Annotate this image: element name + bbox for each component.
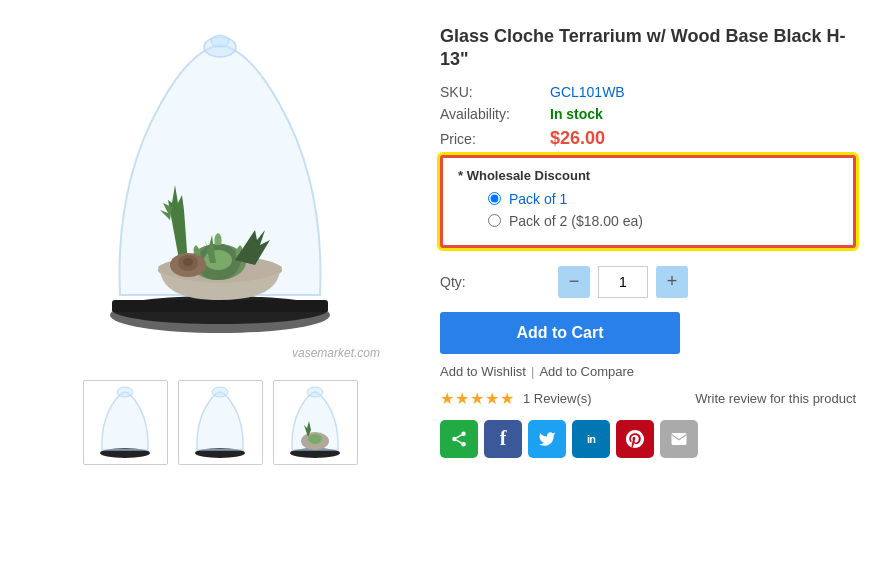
price-row: Price: $26.00: [440, 128, 856, 149]
pinterest-icon: [626, 430, 644, 448]
thumbnail-3[interactable]: [273, 380, 358, 465]
pack1-option[interactable]: Pack of 1: [488, 191, 838, 207]
qty-input[interactable]: [598, 266, 648, 298]
qty-decrease-button[interactable]: −: [558, 266, 590, 298]
add-to-cart-button[interactable]: Add to Cart: [440, 312, 680, 354]
linkedin-icon: in: [587, 433, 595, 445]
email-button[interactable]: [660, 420, 698, 458]
svg-line-22: [456, 440, 461, 443]
svg-rect-2: [112, 300, 328, 312]
svg-point-16: [307, 387, 323, 397]
svg-point-12: [117, 387, 133, 397]
star-rating: ★★★★★: [440, 389, 515, 408]
availability-label: Availability:: [440, 106, 550, 122]
svg-point-21: [461, 442, 466, 447]
product-detail-panel: Glass Cloche Terrarium w/ Wood Base Blac…: [440, 20, 856, 465]
wholesale-discount-box: * Wholesale Discount Pack of 1 Pack of 2…: [440, 155, 856, 248]
svg-point-10: [183, 258, 193, 266]
share-icon: [450, 430, 468, 448]
watermark: vasemarket.com: [292, 346, 380, 360]
qty-increase-button[interactable]: +: [656, 266, 688, 298]
twitter-button[interactable]: [528, 420, 566, 458]
availability-row: Availability: In stock: [440, 106, 856, 122]
facebook-button[interactable]: f: [484, 420, 522, 458]
pinterest-button[interactable]: [616, 420, 654, 458]
svg-line-23: [456, 435, 461, 438]
wishlist-compare-row: Add to Wishlist | Add to Compare: [440, 364, 856, 379]
social-sharing-row: f in: [440, 420, 856, 458]
price-label: Price:: [440, 131, 550, 147]
separator: |: [531, 364, 534, 379]
email-icon: [670, 430, 688, 448]
sku-label: SKU:: [440, 84, 550, 100]
thumbnail-1[interactable]: [83, 380, 168, 465]
main-image-container: vasemarket.com: [40, 20, 400, 370]
twitter-icon: [538, 430, 556, 448]
reviews-row: ★★★★★ 1 Review(s) Write review for this …: [440, 389, 856, 408]
sku-row: SKU: GCL101WB: [440, 84, 856, 100]
svg-point-14: [212, 387, 228, 397]
add-to-compare-link[interactable]: Add to Compare: [539, 364, 634, 379]
qty-row: Qty: − +: [440, 266, 856, 298]
facebook-icon: f: [500, 427, 507, 450]
linkedin-button[interactable]: in: [572, 420, 610, 458]
svg-point-18: [308, 434, 322, 444]
qty-label: Qty:: [440, 274, 550, 290]
svg-point-4: [211, 35, 229, 47]
pack1-radio[interactable]: [488, 192, 501, 205]
product-title: Glass Cloche Terrarium w/ Wood Base Blac…: [440, 25, 856, 72]
share-button[interactable]: [440, 420, 478, 458]
pack2-radio[interactable]: [488, 214, 501, 227]
pack1-label: Pack of 1: [509, 191, 567, 207]
thumbnail-2[interactable]: [178, 380, 263, 465]
product-image-panel: vasemarket.com: [30, 20, 410, 465]
price-value: $26.00: [550, 128, 605, 149]
write-review-link[interactable]: Write review for this product: [695, 391, 856, 406]
availability-value: In stock: [550, 106, 603, 122]
add-to-wishlist-link[interactable]: Add to Wishlist: [440, 364, 526, 379]
sku-value: GCL101WB: [550, 84, 625, 100]
wholesale-discount-title: * Wholesale Discount: [458, 168, 838, 183]
svg-point-20: [452, 437, 457, 442]
review-count: 1 Review(s): [523, 391, 592, 406]
main-product-image: [60, 25, 380, 365]
svg-point-19: [461, 431, 466, 436]
thumbnail-row: [83, 380, 358, 465]
pack2-option[interactable]: Pack of 2 ($18.00 ea): [488, 213, 838, 229]
pack2-label: Pack of 2 ($18.00 ea): [509, 213, 643, 229]
